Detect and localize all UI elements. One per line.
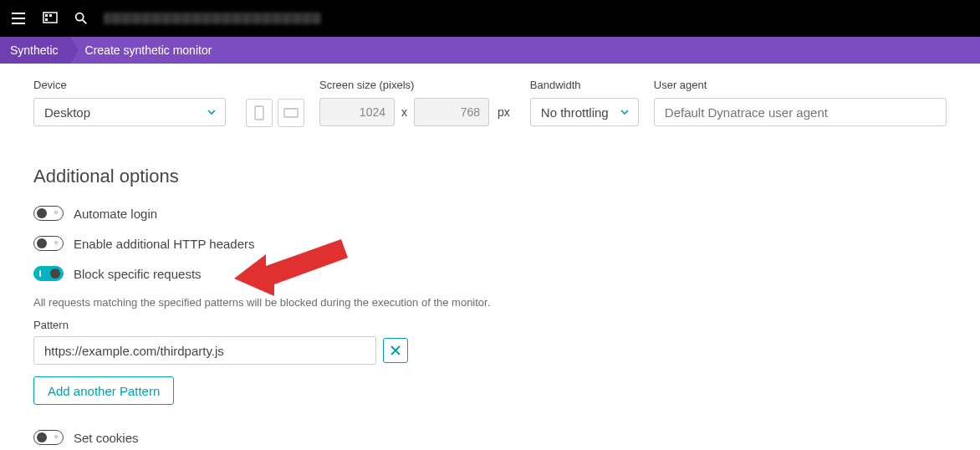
portrait-button[interactable] xyxy=(246,99,273,127)
svg-rect-0 xyxy=(43,13,57,23)
search-input-blurred xyxy=(104,13,321,24)
chevron-down-icon xyxy=(207,107,217,117)
search-icon[interactable] xyxy=(74,11,89,26)
bandwidth-label: Bandwidth xyxy=(530,79,639,91)
close-icon xyxy=(390,345,401,356)
block-requests-help: All requests matching the specified patt… xyxy=(33,296,980,309)
bandwidth-select[interactable]: No throttling xyxy=(530,98,639,126)
px-unit: px xyxy=(498,105,510,119)
svg-point-4 xyxy=(76,13,84,21)
svg-rect-1 xyxy=(45,14,48,17)
svg-rect-6 xyxy=(284,109,298,117)
http-headers-toggle[interactable] xyxy=(33,236,64,251)
breadcrumb-root[interactable]: Synthetic xyxy=(0,37,70,64)
add-pattern-button[interactable]: Add another Pattern xyxy=(33,376,174,405)
breadcrumb: Synthetic Create synthetic monitor xyxy=(0,37,980,64)
additional-options-heading: Additional options xyxy=(33,166,980,187)
chevron-down-icon xyxy=(620,107,630,117)
bandwidth-value: No throttling xyxy=(541,105,609,120)
landscape-button[interactable] xyxy=(278,99,304,127)
svg-rect-3 xyxy=(45,18,48,21)
user-agent-label: User agent xyxy=(654,79,947,91)
width-input[interactable] xyxy=(319,98,395,126)
user-agent-input[interactable] xyxy=(654,98,947,126)
http-headers-label: Enable additional HTTP headers xyxy=(74,237,255,251)
menu-icon[interactable] xyxy=(10,10,27,27)
device-label: Device xyxy=(33,79,226,91)
set-cookies-label: Set cookies xyxy=(74,431,139,445)
pattern-label: Pattern xyxy=(33,319,980,331)
pattern-input[interactable] xyxy=(33,336,376,365)
svg-rect-5 xyxy=(255,106,263,120)
screen-size-label: Screen size (pixels) xyxy=(319,79,510,91)
set-cookies-toggle[interactable] xyxy=(33,430,64,445)
breadcrumb-current: Create synthetic monitor xyxy=(70,37,224,64)
automate-login-toggle[interactable] xyxy=(33,206,64,221)
block-requests-label: Block specific requests xyxy=(74,267,202,281)
dashboard-icon[interactable] xyxy=(42,10,59,27)
remove-pattern-button[interactable] xyxy=(383,338,408,363)
device-select[interactable]: Desktop xyxy=(33,98,226,126)
svg-rect-2 xyxy=(49,14,52,17)
x-separator: x xyxy=(401,105,407,119)
device-value: Desktop xyxy=(44,105,90,120)
main-content: Device Desktop Screen size (pixels) x xyxy=(0,64,980,450)
top-bar xyxy=(0,0,980,37)
block-requests-toggle[interactable] xyxy=(33,266,64,281)
automate-login-label: Automate login xyxy=(74,207,157,221)
height-input[interactable] xyxy=(414,98,489,126)
